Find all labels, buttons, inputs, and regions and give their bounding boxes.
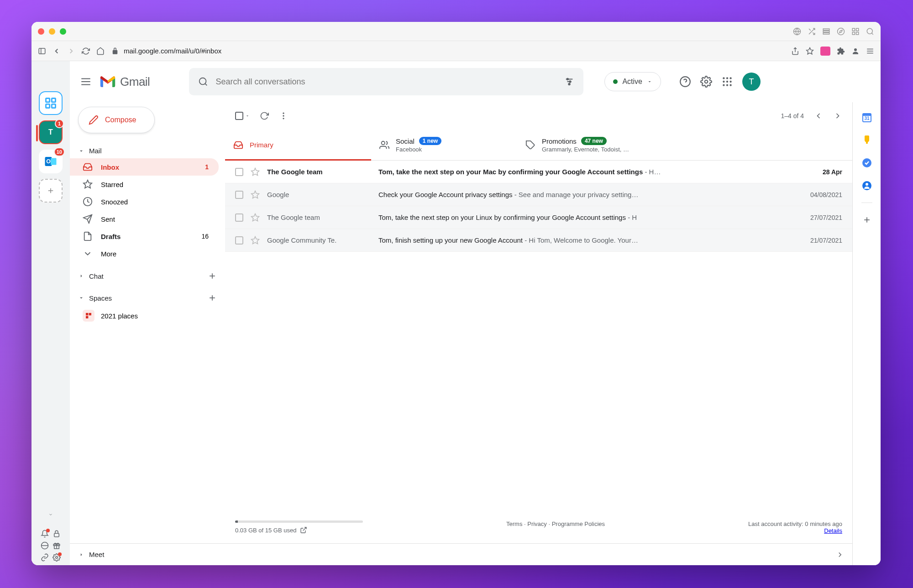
email-date: 21/07/2021 <box>810 237 842 244</box>
refresh-icon[interactable] <box>260 111 269 120</box>
policies-link[interactable]: Programme Policies <box>552 520 605 527</box>
email-row[interactable]: Google Check your Google Account privacy… <box>225 183 852 206</box>
details-link[interactable]: Details <box>824 527 842 534</box>
contacts-icon[interactable] <box>861 180 873 192</box>
sidebar-item-starred[interactable]: Starred <box>70 176 219 193</box>
tab-promotions[interactable]: Promotions 47 new Grammarly, Evernote, T… <box>517 130 663 160</box>
open-icon[interactable] <box>300 526 307 534</box>
gift-icon[interactable] <box>52 541 61 550</box>
email-sender: Google <box>267 191 371 198</box>
share-icon[interactable] <box>791 47 799 55</box>
tab-primary[interactable]: Primary <box>225 130 371 160</box>
back-icon[interactable] <box>52 47 61 55</box>
email-checkbox[interactable] <box>235 236 243 245</box>
globe-small-icon[interactable] <box>41 541 49 550</box>
sidebar-item-more[interactable]: More <box>70 245 219 262</box>
url-bar[interactable]: mail.google.com/mail/u/0/#inbox <box>111 47 785 55</box>
sidebar-section-chat[interactable]: Chat <box>70 268 225 284</box>
plus-icon[interactable] <box>208 271 217 281</box>
forward-icon[interactable] <box>67 47 75 55</box>
close-window[interactable] <box>38 28 44 35</box>
plus-icon[interactable] <box>208 293 217 302</box>
chevron-down-icon <box>83 249 93 259</box>
sidebar-toggle-icon[interactable] <box>38 47 46 55</box>
gear-icon[interactable] <box>700 76 712 88</box>
add-panel-icon[interactable] <box>861 214 873 226</box>
terms-link[interactable]: Terms <box>506 520 522 527</box>
grid-icon[interactable] <box>851 27 860 36</box>
sidebar-item-inbox[interactable]: Inbox 1 <box>70 158 219 176</box>
page-next-icon[interactable] <box>833 111 842 120</box>
page-prev-icon[interactable] <box>814 111 823 120</box>
hamburger-icon[interactable] <box>80 76 92 88</box>
star-icon <box>83 179 93 189</box>
sidebar-item-sent[interactable]: Sent <box>70 210 219 228</box>
puzzle-icon[interactable] <box>837 47 845 55</box>
email-checkbox[interactable] <box>235 168 243 176</box>
sidebar-section-mail[interactable]: Mail <box>70 143 225 158</box>
svg-point-14 <box>854 48 857 51</box>
email-checkbox[interactable] <box>235 213 243 222</box>
list-icon[interactable] <box>822 27 830 36</box>
menu-icon[interactable] <box>866 47 874 55</box>
svg-point-55 <box>726 84 728 86</box>
keep-icon[interactable] <box>861 134 873 146</box>
extension-pink[interactable] <box>820 47 830 56</box>
chevron-right-icon[interactable] <box>836 551 844 559</box>
svg-rect-21 <box>52 104 55 108</box>
reload-icon[interactable] <box>82 47 90 55</box>
footer: 0.03 GB of 15 GB used Terms · Privacy · … <box>225 511 852 543</box>
sidebar-section-meet[interactable]: Meet <box>70 543 225 565</box>
sidebar-item-drafts[interactable]: Drafts 16 <box>70 228 219 245</box>
sidebar-section-spaces[interactable]: Spaces <box>70 290 225 306</box>
search-input[interactable] <box>215 77 557 87</box>
star-icon[interactable] <box>806 47 814 55</box>
email-row[interactable]: The Google team Tom, take the next step … <box>225 161 852 183</box>
gmail-logo[interactable]: Gmail <box>99 75 150 89</box>
sidebar-item-snoozed[interactable]: Snoozed <box>70 193 219 210</box>
compose-button[interactable]: Compose <box>78 107 155 133</box>
launcher-add[interactable] <box>39 179 63 203</box>
launcher-grid[interactable] <box>39 91 63 115</box>
launcher-badge: 10 <box>54 147 65 156</box>
gear-small-icon[interactable] <box>52 553 61 562</box>
tab-social[interactable]: Social 1 new Facebook <box>371 130 517 160</box>
maximize-window[interactable] <box>60 28 66 35</box>
privacy-link[interactable]: Privacy <box>527 520 547 527</box>
bell-icon[interactable] <box>41 530 49 538</box>
link-icon[interactable] <box>41 553 49 562</box>
star-icon[interactable] <box>251 213 260 222</box>
star-icon[interactable] <box>251 190 260 199</box>
home-icon[interactable] <box>96 47 105 55</box>
compass-icon[interactable] <box>837 27 845 36</box>
profile-icon[interactable] <box>851 47 860 55</box>
launcher-badge: 1 <box>55 119 64 128</box>
svg-marker-73 <box>252 168 259 175</box>
email-row[interactable]: The Google team Tom, take the next step … <box>225 206 852 229</box>
svg-point-49 <box>726 77 728 79</box>
status-dropdown[interactable]: Active <box>604 72 661 91</box>
search-icon[interactable] <box>866 27 874 36</box>
launcher-account-teal[interactable]: T 1 <box>39 120 63 144</box>
lock-small-icon[interactable] <box>52 530 61 538</box>
tasks-icon[interactable] <box>861 157 873 169</box>
space-item[interactable]: 2021 places <box>70 306 225 325</box>
filter-icon[interactable] <box>564 77 574 87</box>
star-icon[interactable] <box>251 167 260 177</box>
globe-icon[interactable] <box>793 27 801 36</box>
search-bar[interactable] <box>189 68 583 95</box>
chevron-down-icon[interactable] <box>47 512 54 517</box>
email-checkbox[interactable] <box>235 191 243 199</box>
minimize-window[interactable] <box>49 28 55 35</box>
avatar[interactable]: T <box>742 73 761 91</box>
star-icon[interactable] <box>251 236 260 245</box>
svg-marker-75 <box>252 213 259 221</box>
help-icon[interactable] <box>679 76 691 88</box>
select-all[interactable] <box>235 112 250 120</box>
more-icon[interactable] <box>279 111 288 120</box>
calendar-icon[interactable]: 31 <box>861 111 873 123</box>
launcher-outlook[interactable]: O 10 <box>39 150 63 173</box>
apps-icon[interactable] <box>721 76 733 88</box>
email-row[interactable]: Google Community Te. Tom, finish setting… <box>225 229 852 252</box>
shuffle-icon[interactable] <box>808 27 816 36</box>
